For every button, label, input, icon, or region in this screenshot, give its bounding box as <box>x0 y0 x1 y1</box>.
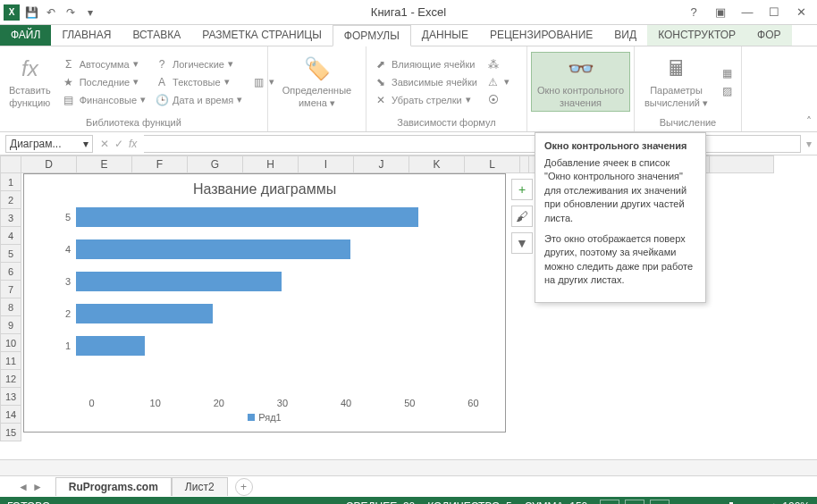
calc-now-button[interactable]: ▦ <box>716 64 737 82</box>
row-header[interactable]: 2 <box>0 191 21 209</box>
sheet-tabs: ◄ ► RuPrograms.com Лист2 + <box>0 475 817 497</box>
sheet-next-icon[interactable]: ► <box>32 481 43 493</box>
remove-arrows-button[interactable]: ✕Убрать стрелки ▾ <box>370 91 481 109</box>
logical-button[interactable]: ?Логические ▾ <box>151 55 246 73</box>
row-header[interactable]: 12 <box>0 370 21 388</box>
chart-legend[interactable]: Ряд1 <box>24 408 505 423</box>
sheet-icon: ▨ <box>720 84 734 98</box>
tab-format[interactable]: ФОР <box>746 25 791 46</box>
expand-bar-icon[interactable]: ▾ <box>801 138 817 150</box>
tab-data[interactable]: ДАННЫЕ <box>411 25 479 46</box>
chart-styles-button[interactable]: 🖌 <box>511 206 533 227</box>
collapse-ribbon-icon[interactable]: ˄ <box>806 115 812 128</box>
undo-icon[interactable]: ↶ <box>43 4 59 21</box>
trace-dependents-button[interactable]: ⬊Зависимые ячейки <box>370 73 481 91</box>
error-check-button[interactable]: ⚠▾ <box>483 73 513 91</box>
chevron-down-icon[interactable]: ▾ <box>83 138 88 150</box>
col-header[interactable]: E <box>77 155 132 173</box>
show-formulas-button[interactable]: ⁂ <box>483 55 513 73</box>
add-sheet-button[interactable]: + <box>235 478 253 496</box>
col-header[interactable] <box>710 155 774 173</box>
zoom-out-button[interactable]: − <box>682 500 688 504</box>
row-header[interactable]: 15 <box>0 424 21 441</box>
calc-options-button[interactable]: 🖩 Параметры вычислений ▾ <box>638 53 714 110</box>
redo-icon[interactable]: ↷ <box>63 4 79 21</box>
row-header[interactable]: 8 <box>0 298 21 316</box>
tab-layout[interactable]: РАЗМЕТКА СТРАНИЦЫ <box>191 25 333 46</box>
qat-dropdown-icon[interactable]: ▾ <box>82 4 98 21</box>
bar[interactable] <box>76 304 213 323</box>
insert-function-button[interactable]: fx Вставить функцию <box>4 53 56 110</box>
datetime-button[interactable]: 🕒Дата и время ▾ <box>151 91 246 109</box>
chart-filter-button[interactable]: ▼ <box>511 232 533 254</box>
tab-review[interactable]: РЕЦЕНЗИРОВАНИЕ <box>479 25 603 46</box>
defined-names-button[interactable]: 🏷️ Определенные имена ▾ <box>272 53 362 110</box>
sheet-tab-1[interactable]: RuPrograms.com <box>55 477 172 496</box>
row-header[interactable]: 4 <box>0 227 21 245</box>
sheet-tab-2[interactable]: Лист2 <box>172 477 228 496</box>
ribbon-display-icon[interactable]: ▣ <box>710 4 731 21</box>
view-layout-icon[interactable]: ▥ <box>625 500 644 504</box>
col-header[interactable]: D <box>21 155 77 173</box>
remove-icon: ✕ <box>374 93 388 107</box>
row-header[interactable]: 10 <box>0 334 21 352</box>
row-header[interactable]: 1 <box>0 173 21 191</box>
col-header[interactable]: H <box>243 155 299 173</box>
view-break-icon[interactable]: ▤ <box>650 500 670 504</box>
bar[interactable] <box>76 272 282 291</box>
help-icon[interactable]: ? <box>683 4 704 21</box>
text-button[interactable]: AТекстовые ▾ <box>151 73 246 91</box>
chart[interactable]: Название диаграммы 54321 0102030405060 Р… <box>23 173 506 433</box>
trace-precedents-button[interactable]: ⬈Влияющие ячейки <box>370 55 481 73</box>
col-header[interactable]: J <box>354 155 409 173</box>
tab-file[interactable]: ФАЙЛ <box>0 25 51 46</box>
recent-button[interactable]: ★Последние ▾ <box>58 73 149 91</box>
tab-home[interactable]: ГЛАВНАЯ <box>51 25 122 46</box>
save-icon[interactable]: 💾 <box>23 4 39 21</box>
calc-sheet-button[interactable]: ▨ <box>716 82 737 100</box>
col-header[interactable]: L <box>465 155 520 173</box>
col-header[interactable]: I <box>299 155 354 173</box>
tab-insert[interactable]: ВСТАВКА <box>122 25 191 46</box>
col-header[interactable]: F <box>132 155 188 173</box>
tooltip-title: Окно контрольного значения <box>544 140 696 151</box>
tab-formulas[interactable]: ФОРМУЛЫ <box>333 25 411 46</box>
close-icon[interactable]: ✕ <box>790 4 812 21</box>
legend-swatch-icon <box>248 414 255 421</box>
row-header[interactable]: 3 <box>0 209 21 227</box>
row-header[interactable]: 6 <box>0 263 21 281</box>
name-box[interactable]: Диаграм...▾ <box>5 135 93 153</box>
minimize-icon[interactable]: — <box>737 4 758 21</box>
col-header[interactable] <box>520 155 529 173</box>
cancel-icon[interactable]: ✕ <box>100 138 109 150</box>
zoom-in-button[interactable]: + <box>771 500 777 504</box>
sheet-prev-icon[interactable]: ◄ <box>18 481 29 493</box>
maximize-icon[interactable]: ☐ <box>763 4 785 21</box>
bar[interactable] <box>76 336 145 356</box>
enter-icon[interactable]: ✓ <box>114 138 123 150</box>
autosum-button[interactable]: ΣАвтосумма ▾ <box>58 55 149 73</box>
view-normal-icon[interactable]: ▦ <box>600 500 619 504</box>
chart-title[interactable]: Название диаграммы <box>24 174 505 201</box>
col-header[interactable]: G <box>188 155 243 173</box>
select-all-corner[interactable] <box>0 155 21 173</box>
tab-view[interactable]: ВИД <box>603 25 647 46</box>
row-header[interactable]: 13 <box>0 388 21 406</box>
bar[interactable] <box>76 207 418 227</box>
row-header[interactable]: 9 <box>0 316 21 334</box>
horizontal-scrollbar[interactable] <box>0 459 817 475</box>
row-header[interactable]: 5 <box>0 245 21 263</box>
watch-icon: 👓 <box>567 55 595 83</box>
row-header[interactable]: 7 <box>0 281 21 298</box>
financial-button[interactable]: ▤Финансовые ▾ <box>58 91 149 109</box>
watch-window-button[interactable]: 👓 Окно контрольного значения <box>531 52 630 111</box>
evaluate-button[interactable]: ⦿ <box>483 91 513 109</box>
chart-elements-button[interactable]: + <box>511 179 533 200</box>
bar[interactable] <box>76 239 350 259</box>
row-header[interactable]: 11 <box>0 352 21 370</box>
col-header[interactable]: K <box>409 155 465 173</box>
fx-icon[interactable]: fx <box>129 138 137 150</box>
status-ready: ГОТОВО <box>7 500 50 504</box>
row-header[interactable]: 14 <box>0 406 21 424</box>
tab-constructor[interactable]: КОНСТРУКТОР <box>647 25 746 46</box>
